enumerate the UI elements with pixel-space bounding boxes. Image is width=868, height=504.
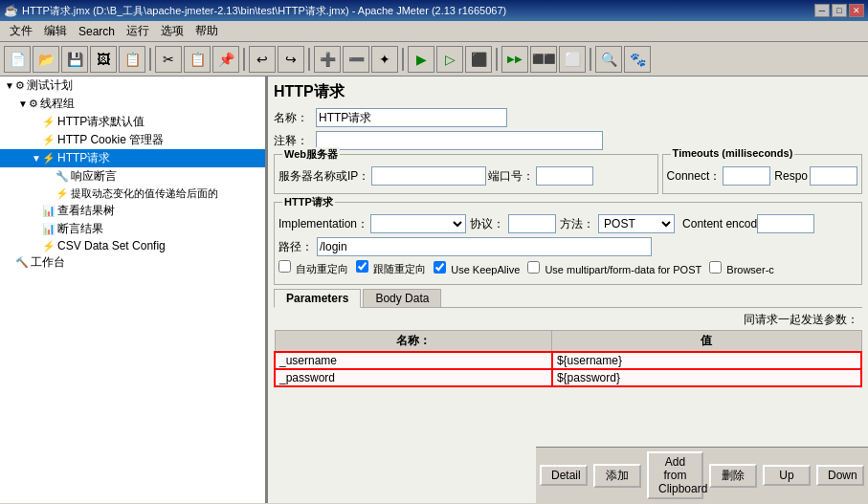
window-title: HTTP请求.jmx (D:\B_工具\apache-jmeter-2.13\b… [22, 4, 814, 18]
tree-item-http-default[interactable]: ⚡ HTTP请求默认值 [0, 113, 265, 131]
response-input[interactable] [810, 166, 857, 186]
run-button[interactable]: ▶ [408, 46, 434, 73]
param-value-cell[interactable]: ${username} [552, 352, 861, 369]
tab-body-data[interactable]: Body Data [363, 289, 441, 307]
table-row: _username ${username} [275, 352, 861, 369]
follow-redirect-checkbox-label[interactable]: 跟随重定向 [356, 260, 426, 276]
workbench-label: 工作台 [31, 254, 65, 271]
add-param-button[interactable]: 添加 [593, 464, 641, 488]
impl-select[interactable] [370, 214, 466, 233]
tab-parameters[interactable]: Parameters [274, 289, 361, 308]
params-section: 同请求一起发送参数： 名称： 值 _username ${username} _… [274, 312, 862, 387]
content-enc-label: Content encod [682, 217, 757, 230]
remove-button[interactable]: ➖ [343, 46, 369, 73]
paste-button[interactable]: 📌 [212, 46, 239, 73]
expand-test-plan[interactable]: ▼ [4, 80, 15, 91]
copy-button[interactable]: 📋 [184, 46, 211, 73]
app-icon: ☕ [4, 4, 18, 17]
menu-search[interactable]: Search [73, 23, 121, 40]
multipart-checkbox-label[interactable]: Use multipart/form-data for POST [527, 261, 701, 275]
save-button[interactable]: 💾 [61, 46, 88, 73]
cut-button[interactable]: ✂ [155, 46, 182, 73]
params-table: 名称： 值 _username ${username} _password ${… [274, 330, 862, 387]
tree-item-agg-result[interactable]: 📊 断言结果 [0, 220, 265, 238]
tree-item-http-cookie[interactable]: ⚡ HTTP Cookie 管理器 [0, 131, 265, 149]
menu-edit[interactable]: 编辑 [38, 21, 73, 41]
menu-help[interactable]: 帮助 [189, 21, 224, 41]
web-server-section: Web服务器 服务器名称或IP： 端口号： [274, 154, 658, 194]
path-input[interactable] [317, 237, 652, 256]
name-input[interactable] [316, 108, 507, 127]
expand-thread-group[interactable]: ▼ [17, 99, 29, 109]
name-row: 名称： [274, 108, 862, 127]
remote-stop-all-button[interactable]: ⬜ [559, 46, 586, 73]
delete-param-button[interactable]: 删除 [709, 464, 757, 488]
port-label: 端口号： [488, 168, 534, 185]
save-template-button[interactable]: 🖼 [90, 46, 117, 73]
keepalive-checkbox-label[interactable]: Use KeepAlive [434, 261, 520, 275]
tree-item-thread-group[interactable]: ▼ ⚙ 线程组 [0, 95, 265, 113]
server-input[interactable] [371, 166, 486, 186]
sep6 [590, 48, 591, 71]
search-button[interactable]: 🔍 [595, 46, 622, 73]
col-name-header: 名称： [275, 331, 552, 353]
browser-checkbox[interactable] [709, 261, 722, 274]
add-button[interactable]: ➕ [314, 46, 341, 73]
down-button[interactable]: Down [816, 465, 864, 486]
clear-button[interactable]: ✦ [371, 46, 398, 73]
start-no-pause-button[interactable]: ▷ [436, 46, 463, 73]
tree-item-test-plan[interactable]: ▼ ⚙ 测试计划 [0, 77, 265, 95]
comment-input[interactable] [316, 131, 603, 150]
http-cookie-label: HTTP Cookie 管理器 [57, 132, 164, 148]
auto-redirect-checkbox[interactable] [278, 260, 291, 273]
tree-item-csv-config[interactable]: ⚡ CSV Data Set Config [0, 238, 265, 253]
redo-button[interactable]: ↪ [278, 46, 304, 73]
browser-checkbox-label[interactable]: Browser-c [709, 261, 774, 275]
minimize-button[interactable]: ─ [814, 4, 830, 17]
add-from-clipboard-button[interactable]: Add from Clipboard [647, 451, 703, 499]
http-request-section-title: HTTP请求 [282, 195, 335, 209]
http-request-section: HTTP请求 Implementation： 协议： 方法： POST GET … [274, 202, 862, 285]
multipart-checkbox[interactable] [527, 261, 540, 274]
stop-button[interactable]: ⬛ [465, 46, 492, 73]
unknown-button1[interactable]: 📋 [119, 46, 145, 73]
timeouts-title: Timeouts (milliseconds) [671, 147, 795, 159]
impl-row: Implementation： 协议： 方法： POST GET PUT DEL… [278, 214, 857, 233]
extra-button[interactable]: 🐾 [624, 46, 651, 73]
param-value-cell[interactable]: ${password} [552, 369, 861, 386]
method-select[interactable]: POST GET PUT DELETE [598, 214, 675, 233]
close-button[interactable]: ✕ [849, 4, 864, 17]
protocol-input[interactable] [508, 214, 556, 233]
tree-item-workbench[interactable]: 🔨 工作台 [0, 253, 265, 272]
keepalive-checkbox[interactable] [434, 261, 446, 274]
tree-item-assert-result[interactable]: 📊 查看结果树 [0, 202, 265, 220]
maximize-button[interactable]: □ [832, 4, 847, 17]
name-label: 名称： [274, 110, 312, 126]
content-enc-input[interactable] [757, 214, 814, 233]
new-button[interactable]: 📄 [4, 46, 31, 73]
detail-button[interactable]: Detail [540, 465, 588, 486]
web-server-title: Web服务器 [282, 147, 340, 162]
follow-redirect-checkbox[interactable] [356, 260, 368, 273]
bottom-bar: Detail 添加 Add from Clipboard 删除 Up Down [536, 447, 868, 503]
expand-http-request[interactable]: ▼ [31, 153, 42, 164]
remote-run-button[interactable]: ▶▶ [501, 46, 528, 73]
tree-item-dynamic-value[interactable]: ⚡ 提取动态变化的值传递给后面的 [0, 186, 265, 202]
tree-item-response-assert[interactable]: 🔧 响应断言 [0, 167, 265, 186]
param-name-cell[interactable]: _password [275, 369, 552, 386]
open-button[interactable]: 📂 [33, 46, 59, 73]
menu-run[interactable]: 运行 [121, 21, 155, 41]
port-input[interactable] [536, 166, 593, 186]
connect-input[interactable] [723, 166, 770, 186]
auto-redirect-checkbox-label[interactable]: 自动重定向 [278, 260, 348, 276]
tree-item-http-request[interactable]: ▼ ⚡ HTTP请求 [0, 149, 265, 167]
response-assert-label: 响应断言 [71, 168, 117, 185]
menu-options[interactable]: 选项 [155, 21, 189, 41]
undo-button[interactable]: ↩ [249, 46, 276, 73]
param-name-cell[interactable]: _username [275, 352, 552, 369]
sep1 [149, 48, 151, 71]
up-button[interactable]: Up [763, 465, 811, 486]
remote-stop-button[interactable]: ⬛⬛ [530, 46, 557, 73]
col-value-header: 值 [552, 331, 861, 353]
menu-file[interactable]: 文件 [4, 21, 38, 41]
